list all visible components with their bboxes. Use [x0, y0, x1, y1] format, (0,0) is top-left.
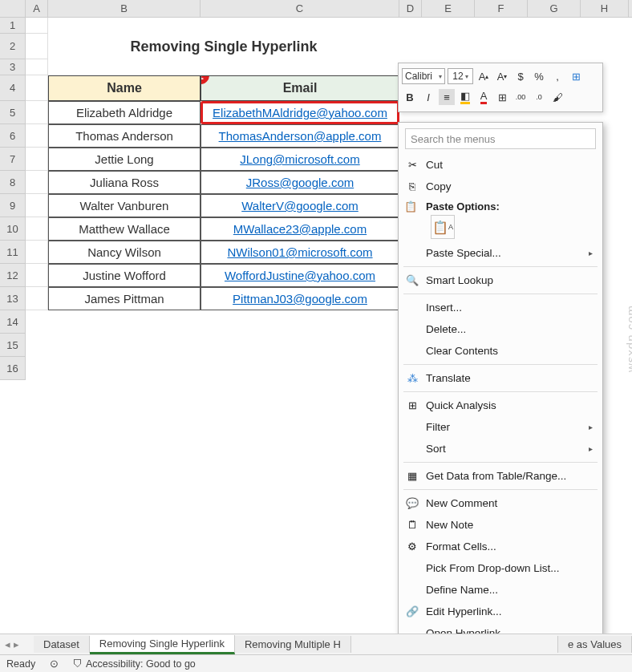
cell-name-7[interactable]: Justine Wofford [48, 264, 201, 287]
col-F[interactable]: F [475, 0, 528, 17]
menu-cut[interactable]: ✂Cut [400, 154, 601, 176]
menu-new-note[interactable]: 🗒New Note [400, 514, 601, 536]
cell-email-7[interactable]: WoffordJustine@yahoo.com [201, 264, 399, 287]
chevron-down-icon: ▾ [465, 73, 468, 80]
row-12[interactable]: 12 [0, 264, 26, 287]
italic-button[interactable]: I [420, 89, 436, 105]
tab-values[interactable]: e as Values [557, 636, 632, 653]
menu-copy[interactable]: ⎘Copy [400, 176, 601, 197]
align-button[interactable]: ≡ [439, 89, 455, 105]
decrease-decimal-button[interactable]: .0 [531, 89, 547, 105]
menu-filter[interactable]: Filter▸ [400, 416, 601, 438]
font-size-selector[interactable]: 12▾ [448, 68, 473, 84]
col-E[interactable]: E [422, 0, 475, 17]
percent-icon[interactable]: % [531, 68, 547, 84]
cell-name-1[interactable]: Thomas Anderson [48, 124, 201, 148]
cell-name-0[interactable]: Elizabeth Aldridge [48, 101, 201, 124]
font-size: 12 [452, 71, 463, 82]
cell-name-2[interactable]: Jettie Long [48, 148, 201, 171]
tab-dataset[interactable]: Dataset [34, 636, 90, 653]
row-8[interactable]: 8 [0, 171, 26, 194]
col-A[interactable]: A [26, 0, 48, 17]
header-email-label: Email [283, 81, 318, 95]
cell-email-6[interactable]: NWilson01@microsoft.com [201, 241, 399, 264]
currency-icon[interactable]: $ [512, 68, 529, 84]
select-all-corner[interactable] [0, 0, 26, 17]
border-button[interactable]: ⊞ [494, 89, 510, 105]
pick-list-label: Pick From Drop-down List... [426, 562, 560, 574]
row-4[interactable]: 4 [0, 75, 26, 101]
row-3[interactable]: 3 [0, 59, 26, 75]
row-15[interactable]: 15 [0, 334, 26, 357]
accessibility-status[interactable]: ⛉ Accessibility: Good to go [73, 658, 196, 670]
tab-active[interactable]: Removing Single Hyperlink [90, 635, 235, 654]
menu-smart-lookup[interactable]: 🔍Smart Lookup [400, 269, 601, 291]
table-format-icon[interactable]: ⊞ [568, 68, 584, 84]
cell-email-1[interactable]: ThomasAnderson@apple.com [201, 124, 399, 148]
cell-email-8[interactable]: PittmanJ03@google.com [201, 287, 399, 310]
row-14[interactable]: 14 [0, 310, 26, 334]
header-name[interactable]: Name [48, 75, 201, 101]
smart-lookup-label: Smart Lookup [426, 274, 493, 286]
sheet-tabs-bar: ◂ ▸ Dataset Removing Single Hyperlink Re… [0, 634, 632, 654]
cell-email-4[interactable]: WalterV@google.com [201, 194, 399, 217]
cell-email-2[interactable]: JLong@microsoft.com [201, 148, 399, 171]
col-C[interactable]: C [201, 0, 399, 17]
menu-new-comment[interactable]: 💬New Comment [400, 492, 601, 514]
copy-icon: ⎘ [405, 180, 419, 194]
col-H[interactable]: H [581, 0, 629, 17]
menu-get-data[interactable]: ▦Get Data from Table/Range... [400, 465, 601, 487]
translate-icon: ⁂ [405, 371, 419, 386]
col-G[interactable]: G [528, 0, 581, 17]
menu-edit-hyperlink[interactable]: 🔗Edit Hyperlink... [400, 601, 601, 622]
menu-translate[interactable]: ⁂Translate [400, 367, 601, 389]
decrease-font-icon[interactable]: A▾ [494, 68, 510, 84]
tab-nav[interactable]: ◂ ▸ [5, 638, 19, 650]
menu-format-cells[interactable]: ⚙Format Cells... [400, 536, 601, 557]
menu-delete[interactable]: Delete... [400, 318, 601, 340]
menu-search-input[interactable]: Search the menus [405, 128, 596, 149]
row-5[interactable]: 5 [0, 101, 26, 124]
row-9[interactable]: 9 [0, 194, 26, 217]
comma-icon[interactable]: , [549, 68, 565, 84]
cell-email-3[interactable]: JRoss@google.com [201, 171, 399, 194]
row-1[interactable]: 1 [0, 18, 26, 34]
row-11[interactable]: 11 [0, 241, 26, 264]
row-7[interactable]: 7 [0, 148, 26, 171]
menu-pick-list[interactable]: Pick From Drop-down List... [400, 557, 601, 579]
new-comment-label: New Comment [426, 497, 497, 509]
menu-define-name[interactable]: Define Name... [400, 579, 601, 601]
cell-name-5[interactable]: Matthew Wallace [48, 217, 201, 241]
row-16[interactable]: 16 [0, 357, 26, 380]
cell-name-6[interactable]: Nancy Wilson [48, 241, 201, 264]
paste-values-button[interactable]: 📋A [431, 215, 455, 239]
macro-record-icon[interactable]: ⊙ [50, 658, 59, 670]
cell-name-8[interactable]: James Pittman [48, 287, 201, 310]
font-color-button[interactable]: A [476, 89, 492, 105]
increase-font-icon[interactable]: A▴ [476, 68, 492, 84]
row-2[interactable]: 2 [0, 34, 26, 59]
menu-sort[interactable]: Sort▸ [400, 438, 601, 459]
row-10[interactable]: 10 [0, 217, 26, 241]
cell-email-5[interactable]: MWallace23@apple.com [201, 217, 399, 241]
font-selector[interactable]: Calibri▾ [402, 68, 445, 84]
col-D[interactable]: D [399, 0, 422, 17]
increase-decimal-button[interactable]: .00 [512, 89, 529, 105]
menu-paste-special[interactable]: Paste Special...▸ [400, 242, 601, 264]
menu-insert[interactable]: Insert... [400, 297, 601, 318]
menu-quick-analysis[interactable]: ⊞Quick Analysis [400, 395, 601, 416]
row-13[interactable]: 13 [0, 287, 26, 310]
table-icon: ▦ [405, 469, 419, 484]
menu-clear-contents[interactable]: Clear Contents [400, 340, 601, 362]
cell-email-0-selected[interactable]: ElizabethMAldridge@yahoo.com [201, 101, 399, 124]
col-B[interactable]: B [48, 0, 201, 17]
cell-name-4[interactable]: Walter Vanburen [48, 194, 201, 217]
cell-name-3[interactable]: Juliana Ross [48, 171, 201, 194]
note-icon: 🗒 [405, 518, 419, 532]
tab-multiple[interactable]: Removing Multiple H [235, 636, 351, 653]
format-painter-button[interactable]: 🖌 [549, 89, 565, 105]
bold-button[interactable]: B [402, 89, 418, 105]
header-email[interactable]: Email 1 [201, 75, 399, 101]
row-6[interactable]: 6 [0, 124, 26, 148]
fill-color-button[interactable]: ◧ [457, 89, 473, 105]
